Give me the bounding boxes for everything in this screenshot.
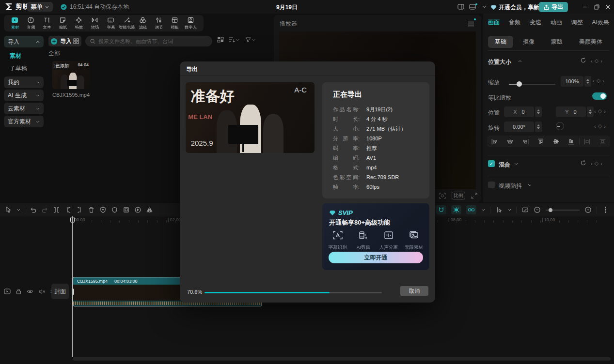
toolbar-item-audio[interactable]: 音频 bbox=[23, 16, 39, 30]
toolbar-item-effects[interactable]: 特效 bbox=[71, 16, 87, 30]
align-middle-v-icon[interactable] bbox=[549, 138, 564, 145]
sidebar-group-0[interactable]: 我的 bbox=[4, 76, 44, 88]
link-icon[interactable] bbox=[466, 205, 476, 214]
inspector-subtab-基础[interactable]: 基础 bbox=[488, 36, 513, 48]
toolbar-item-smart-pack[interactable]: 智能包装 bbox=[119, 16, 135, 30]
lock-icon[interactable] bbox=[16, 288, 21, 294]
scale-keyframe[interactable]: ‹◇› bbox=[593, 77, 604, 84]
inspector-tab-音频[interactable]: 音频 bbox=[509, 18, 520, 27]
stabilize-checkbox[interactable] bbox=[488, 182, 495, 188]
zoom-in-icon[interactable] bbox=[584, 206, 592, 213]
timeline-scrollbar[interactable] bbox=[73, 357, 611, 361]
toolbar-item-captions[interactable]: 字幕 bbox=[103, 16, 119, 30]
toolbar-item-template[interactable]: 模板 bbox=[167, 16, 183, 30]
rotate-stepper[interactable] bbox=[535, 121, 542, 132]
freeze-icon[interactable] bbox=[99, 206, 107, 213]
media-view-mode-button[interactable] bbox=[71, 36, 81, 46]
chevron-down-icon[interactable] bbox=[16, 209, 20, 211]
more-icon[interactable] bbox=[602, 206, 609, 213]
position-keyframe[interactable]: ‹◇› bbox=[594, 108, 606, 114]
inspector-tab-AI效果[interactable]: AI效果 bbox=[592, 18, 609, 27]
media-layout-toggle[interactable] bbox=[217, 37, 224, 43]
align-right-icon[interactable] bbox=[518, 138, 533, 145]
cover-button[interactable]: 封面 bbox=[51, 284, 69, 299]
toolbar-item-transition[interactable]: 转场 bbox=[87, 16, 103, 30]
reverse-icon[interactable] bbox=[134, 206, 142, 213]
cursor-icon[interactable] bbox=[5, 206, 12, 213]
media-filter-button[interactable] bbox=[245, 37, 255, 43]
redo-icon[interactable] bbox=[41, 206, 48, 213]
toolbar-item-media[interactable]: 素材 bbox=[7, 16, 23, 30]
rotate-dial[interactable] bbox=[556, 122, 564, 130]
split-icon[interactable] bbox=[53, 206, 60, 213]
rotate-keyframe[interactable]: ‹◇› bbox=[594, 123, 606, 129]
menu-button[interactable]: 菜单 bbox=[27, 2, 53, 12]
chevron-down-icon[interactable] bbox=[528, 184, 532, 186]
player-menu-button[interactable] bbox=[468, 20, 474, 29]
position-y-field[interactable]: Y0 bbox=[556, 106, 586, 117]
blend-keyframe[interactable]: ‹◇› bbox=[591, 160, 602, 167]
position-y-stepper[interactable] bbox=[587, 106, 594, 117]
chevron-down-icon[interactable] bbox=[481, 209, 485, 211]
split-left-icon[interactable] bbox=[64, 206, 72, 213]
sidebar-group-2[interactable]: 云素材 bbox=[4, 103, 44, 114]
scale-value-field[interactable]: 100% bbox=[561, 76, 583, 87]
fullscreen-icon[interactable] bbox=[471, 193, 477, 199]
blend-label[interactable]: 混合 bbox=[499, 161, 510, 169]
cancel-button[interactable]: 取消 bbox=[400, 286, 428, 296]
position-x-stepper[interactable] bbox=[535, 106, 542, 117]
inspector-tab-变速[interactable]: 变速 bbox=[530, 18, 541, 27]
inspector-tab-调整[interactable]: 调整 bbox=[571, 18, 583, 27]
align-bottom-icon[interactable] bbox=[564, 138, 579, 145]
stabilize-label[interactable]: 视频防抖 bbox=[499, 182, 522, 190]
uniform-scale-toggle[interactable] bbox=[592, 92, 607, 100]
layout-chevron-down-icon[interactable] bbox=[480, 2, 488, 11]
blend-reset-icon[interactable] bbox=[580, 160, 586, 166]
layout-preset-2-icon[interactable] bbox=[468, 2, 477, 11]
export-button[interactable]: 导出 bbox=[539, 2, 568, 12]
sidebar-group-3[interactable]: 官方素材 bbox=[4, 116, 44, 127]
blend-checkbox[interactable]: ✓ bbox=[488, 160, 495, 167]
chevron-down-icon[interactable] bbox=[507, 209, 511, 211]
rotate-value-field[interactable]: 0.00° bbox=[504, 121, 534, 132]
slider-knob[interactable] bbox=[517, 81, 522, 87]
position-x-field[interactable]: X0 bbox=[504, 106, 534, 117]
align-left-icon[interactable] bbox=[487, 138, 503, 145]
toolbar-item-digital-human[interactable]: 数字人 bbox=[183, 16, 199, 30]
collapse-chevron-up-icon[interactable] bbox=[518, 60, 522, 62]
distribute-v-icon[interactable] bbox=[595, 138, 610, 145]
sidebar-item-material[interactable]: 素材 bbox=[10, 52, 21, 60]
toolbar-item-sticker[interactable]: 贴纸 bbox=[55, 16, 71, 30]
media-thumbnail[interactable]: 准备好 已添加 04:04 bbox=[52, 61, 90, 89]
keyframe-controls[interactable]: ‹◇› bbox=[591, 58, 602, 64]
toolbar-item-text[interactable]: 文本 bbox=[39, 16, 55, 30]
magnet-icon[interactable] bbox=[436, 205, 446, 214]
window-minimize-button[interactable] bbox=[581, 2, 589, 11]
main-track-icon[interactable] bbox=[4, 288, 11, 294]
sidebar-item-subdraft[interactable]: 子草稿 bbox=[10, 64, 27, 73]
chevron-down-icon[interactable] bbox=[514, 163, 518, 165]
scale-slider[interactable] bbox=[509, 81, 555, 87]
speaker-icon[interactable] bbox=[39, 289, 45, 294]
preview-quality-icon[interactable] bbox=[439, 193, 446, 199]
undo-icon[interactable] bbox=[30, 206, 37, 213]
toolbar-item-filter[interactable]: 滤镜 bbox=[135, 16, 151, 30]
split-cursor-icon[interactable] bbox=[495, 206, 503, 213]
zoom-out-icon[interactable] bbox=[534, 206, 541, 213]
inspector-subtab-抠像[interactable]: 抠像 bbox=[516, 36, 541, 48]
eye-icon[interactable] bbox=[27, 289, 33, 294]
media-sort-button[interactable] bbox=[229, 37, 239, 43]
align-center-h-icon[interactable] bbox=[503, 138, 518, 145]
section-position-size[interactable]: 位置大小 bbox=[488, 58, 511, 66]
delete-icon[interactable] bbox=[88, 206, 95, 213]
distribute-h-icon[interactable] bbox=[580, 138, 595, 145]
inspector-subtab-美颜美体[interactable]: 美颜美体 bbox=[572, 36, 609, 48]
media-search-box[interactable] bbox=[85, 36, 212, 46]
crop-icon[interactable] bbox=[123, 206, 130, 213]
preview-axis-icon[interactable] bbox=[521, 206, 529, 213]
svip-cta-button[interactable]: 立即开通 bbox=[329, 252, 423, 263]
auto-attach-icon[interactable] bbox=[451, 205, 461, 214]
mirror-icon[interactable] bbox=[146, 206, 153, 213]
inspector-tab-动画[interactable]: 动画 bbox=[551, 18, 562, 27]
media-category-label[interactable]: 全部 bbox=[48, 49, 60, 58]
